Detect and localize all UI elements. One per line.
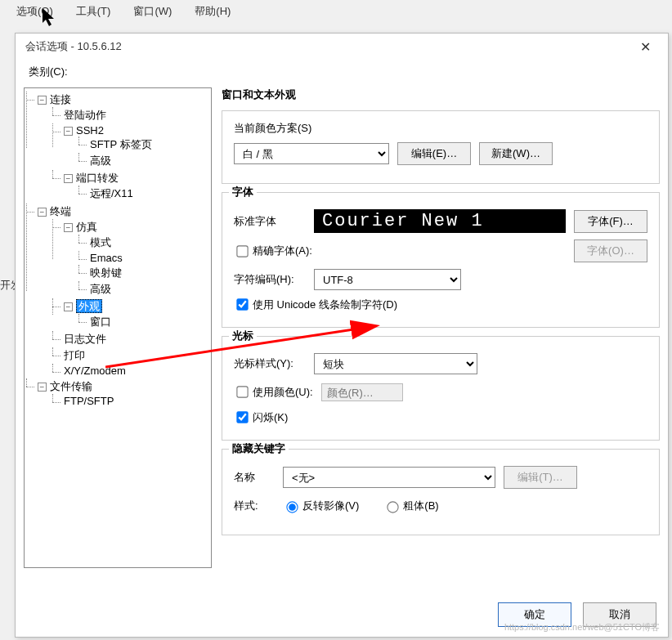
category-label: 类别(C):	[29, 65, 668, 79]
tree-print[interactable]: 打印	[64, 349, 85, 361]
bold-radio[interactable]: 粗体(B)	[383, 499, 438, 513]
tree-sftp-tab[interactable]: SFTP 标签页	[90, 138, 152, 150]
tree-ssh2[interactable]: SSH2	[76, 124, 104, 137]
tree-adv1[interactable]: 高级	[90, 154, 111, 167]
tree-conn[interactable]: 连接	[50, 93, 71, 105]
expand-icon[interactable]: −	[64, 127, 73, 136]
category-tree[interactable]: −连接 登陆动作 −SSH2 SFTP 标签页 高级 −端口转发 远程/X11	[24, 87, 212, 568]
close-icon[interactable]: ✕	[629, 39, 661, 55]
tree-appearance[interactable]: 外观	[76, 299, 102, 313]
inverse-video-radio[interactable]: 反转影像(V)	[283, 499, 359, 513]
name-label: 名称	[234, 470, 275, 485]
font-button[interactable]: 字体(F)…	[574, 210, 647, 233]
expand-icon[interactable]: −	[64, 223, 73, 232]
encoding-label: 字符编码(H):	[234, 272, 306, 287]
scheme-select[interactable]: 白 / 黑	[234, 143, 389, 164]
hide-keyword-group: 隐藏关键字 名称 <无> 编辑(T)… 样式: 反转影像(V) 粗体(B)	[222, 449, 660, 535]
tree-mode[interactable]: 模式	[90, 236, 111, 248]
expand-icon[interactable]: −	[38, 208, 47, 217]
cursor-style-select[interactable]: 短块	[314, 353, 477, 374]
cursor-group-legend: 光标	[229, 329, 257, 343]
hide-group-legend: 隐藏关键字	[229, 441, 289, 456]
cursor-group: 光标 光标样式(Y): 短块 使用颜色(U): 颜色(R)… 闪烁(K)	[222, 336, 660, 441]
font-o-button: 字体(O)…	[574, 239, 647, 262]
tree-mapkey[interactable]: 映射键	[90, 266, 122, 279]
tree-emul[interactable]: 仿真	[76, 221, 97, 233]
font-preview: Courier New 1	[314, 209, 566, 233]
menu-options[interactable]: 选项(O)	[16, 4, 53, 19]
use-unicode-checkbox[interactable]: 使用 Unicode 线条绘制字符(D)	[234, 297, 647, 312]
edit-scheme-button[interactable]: 编辑(E)…	[397, 142, 471, 165]
tree-ftpsftp[interactable]: FTP/SFTP	[64, 395, 114, 407]
menu-tools[interactable]: 工具(T)	[76, 4, 111, 19]
new-scheme-button[interactable]: 新建(W)…	[479, 142, 553, 165]
use-color-checkbox[interactable]: 使用颜色(U):	[234, 384, 313, 400]
session-options-dialog: 会话选项 - 10.5.6.12 ✕ 类别(C): −连接 登陆动作 −SSH2…	[15, 33, 669, 638]
expand-icon[interactable]: −	[64, 174, 73, 183]
dialog-title: 会话选项 - 10.5.6.12	[22, 39, 629, 54]
font-group: 字体 标准字体 Courier New 1 字体(F)… 精确字体(A): 字体…	[222, 192, 660, 328]
tree-adv2[interactable]: 高级	[90, 283, 111, 295]
style-label: 样式:	[234, 499, 275, 513]
section-header: 窗口和文本外观	[222, 87, 660, 102]
menubar: 选项(O) 工具(T) 窗口(W) 帮助(H)	[0, 0, 672, 23]
menu-window[interactable]: 窗口(W)	[133, 4, 172, 19]
encoding-select[interactable]: UTF-8	[314, 269, 461, 290]
blink-checkbox[interactable]: 闪烁(K)	[234, 410, 647, 425]
cursor-style-label: 光标样式(Y):	[234, 356, 306, 371]
color-scheme-group: 当前颜色方案(S) 白 / 黑 编辑(E)… 新建(W)…	[222, 110, 660, 184]
menu-help[interactable]: 帮助(H)	[195, 4, 231, 19]
edit-t-button: 编辑(T)…	[504, 466, 577, 489]
tree-portfwd[interactable]: 端口转发	[76, 172, 119, 184]
tree-window[interactable]: 窗口	[90, 316, 111, 328]
tree-logfile[interactable]: 日志文件	[64, 333, 106, 345]
tree-login[interactable]: 登陆动作	[64, 109, 106, 121]
watermark: https://blog.csdn.net/web@51CTO博客	[504, 621, 660, 633]
tree-xyz[interactable]: X/Y/Zmodem	[64, 365, 126, 377]
right-panel: 窗口和文本外观 当前颜色方案(S) 白 / 黑 编辑(E)… 新建(W)… 字体…	[222, 87, 660, 597]
std-font-label: 标准字体	[234, 214, 306, 229]
expand-icon[interactable]: −	[64, 302, 73, 311]
titlebar: 会话选项 - 10.5.6.12 ✕	[16, 34, 668, 60]
tree-terminal[interactable]: 终端	[50, 205, 71, 217]
name-select[interactable]: <无>	[283, 467, 495, 488]
tree-filetrans[interactable]: 文件传输	[50, 380, 92, 392]
color-swatch: 颜色(R)…	[321, 383, 403, 401]
exact-font-checkbox[interactable]: 精确字体(A):	[234, 244, 312, 259]
expand-icon[interactable]: −	[38, 383, 47, 392]
tree-remote-x11[interactable]: 远程/X11	[90, 187, 133, 199]
scheme-label: 当前颜色方案(S)	[234, 121, 647, 136]
expand-icon[interactable]: −	[38, 96, 47, 105]
font-group-legend: 字体	[229, 185, 257, 199]
tree-emacs[interactable]: Emacs	[90, 252, 123, 264]
